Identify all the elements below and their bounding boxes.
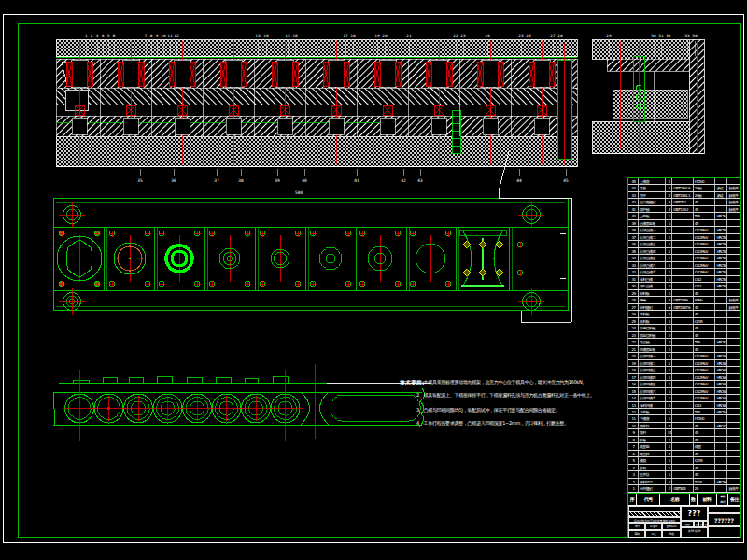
parts-list-cell: 拉深凸模六 [638, 262, 665, 268]
parts-list-row: 21凹模固定板145 [628, 346, 740, 353]
parts-list-cell [726, 213, 740, 218]
svg-text:34: 34 [692, 34, 698, 38]
svg-text:39: 39 [275, 178, 280, 183]
sheet-count: 共?张 第?张 [681, 527, 708, 538]
parts-list-cell [714, 485, 726, 491]
parts-list-cell [671, 234, 693, 240]
parts-list-cell: 1 [665, 262, 671, 268]
parts-list-cell: HRC58~62 [714, 227, 726, 232]
parts-list-cell: Cr12MoV [693, 367, 715, 372]
parts-list-cell: 上垫板 [638, 213, 665, 218]
svg-text:5: 5 [107, 34, 110, 38]
parts-list-cell: HRC60~64 [714, 367, 726, 372]
parts-list-cell [714, 304, 726, 310]
svg-text:30: 30 [651, 34, 656, 38]
parts-list-cell: 1 [665, 255, 671, 260]
parts-list-row: 44导套2GB/T2861.620钢渗碳标准件 [628, 185, 740, 191]
parts-list-cell [726, 429, 740, 435]
parts-list-row: 4打杆145 [628, 465, 740, 471]
parts-list-row: 22导正销2T8AHRC52~56 [628, 339, 740, 345]
parts-list-cell: 托板 [638, 437, 665, 442]
parts-list-cell: 废料切刀 [638, 479, 665, 484]
parts-list-cell [671, 178, 693, 184]
parts-list-cell: 标准件 [726, 199, 740, 204]
parts-list-table: 45上模座1HT20044导套2GB/T2861.620钢渗碳标准件43导柱2G… [627, 177, 741, 493]
parts-list-cell: Cr12MoV [693, 395, 715, 400]
parts-list-cell: 2 [665, 339, 671, 344]
parts-list-cell [671, 402, 693, 408]
parts-list-cell: 橡胶 [693, 443, 715, 449]
svg-text:45: 45 [563, 178, 569, 183]
parts-list-cell [671, 374, 693, 380]
parts-list-cell: 19 [628, 360, 638, 366]
parts-list-cell: 内六角螺钉 [638, 199, 665, 204]
parts-list-cell [726, 220, 740, 226]
parts-list-cell: 1 [665, 360, 671, 366]
parts-list-cell [671, 457, 693, 463]
parts-list-cell [671, 290, 693, 296]
svg-text:8: 8 [150, 34, 153, 38]
parts-list-cell: 推件块 [638, 471, 665, 477]
parts-list-row: 26导料板245 [628, 311, 740, 317]
parts-list-cell [714, 220, 726, 226]
parts-list-cell [726, 465, 740, 470]
parts-list-cell: Q235 [693, 318, 715, 324]
svg-text:29: 29 [606, 34, 612, 38]
parts-list-row: 19拉深凹模二1Cr12MoVHRC60~64 [628, 360, 740, 367]
parts-list-cell [726, 332, 740, 338]
parts-list-row: 42内六角螺钉8GB/T70.145标准件 [628, 199, 740, 205]
parts-list-cell: 下垫板 [638, 409, 665, 414]
parts-list-cell [726, 234, 740, 240]
parts-list-cell: 45 [693, 304, 715, 310]
parts-list-cell: 拉深凹模二 [638, 360, 665, 366]
parts-list-cell: 导料板 [638, 311, 665, 316]
parts-list-cell: 20钢 [693, 185, 715, 190]
parts-list-cell: Cr12MoV [693, 374, 715, 380]
parts-list-cell: Cr12MoV [693, 234, 715, 240]
parts-list-cell: 导正销 [638, 339, 665, 344]
parts-list-cell: 32 [628, 269, 638, 274]
parts-list-cell [714, 178, 726, 184]
parts-list-cell: 16 [628, 381, 638, 386]
svg-text:27: 27 [550, 34, 556, 38]
svg-text:38: 38 [238, 178, 244, 183]
parts-list-cell [714, 457, 726, 463]
svg-text:16: 16 [292, 34, 298, 38]
parts-list-cell: 1 [665, 367, 671, 372]
parts-list-cell: HRC54~58 [714, 409, 726, 414]
parts-list-cell [726, 381, 740, 386]
parts-list-cell: 1 [665, 465, 671, 470]
parts-list-cell [714, 318, 726, 324]
parts-list-row: 3推件块145 [628, 471, 740, 478]
svg-text:19: 19 [374, 34, 380, 38]
parts-list-row: 1吊环螺钉2GB/T82520标准件 [628, 485, 740, 492]
parts-list-row: 15拉深凹模六1Cr12MoVHRC60~64 [628, 388, 740, 395]
parts-list-cell: HRC43~48 [714, 423, 726, 428]
parts-list-cell [714, 451, 726, 456]
parts-list-cell [671, 227, 693, 232]
parts-list-cell: 3 [628, 471, 638, 477]
parts-list-cell: 标准件 [726, 297, 740, 302]
design-label: 设计 [628, 523, 645, 530]
right-top-cell [708, 506, 740, 513]
parts-list-cell [726, 471, 740, 477]
parts-list-cell: GB/T119.2 [671, 206, 693, 212]
svg-text:15: 15 [285, 34, 290, 38]
parts-list-cell: HT200 [693, 178, 715, 184]
parts-list-cell: 圆柱销 [638, 206, 665, 212]
parts-list-cell: 拉深凸模四 [638, 248, 665, 254]
parts-list-row: 32拉深凸模七1Cr12MoVHRC58~62 [628, 269, 740, 275]
parts-list-cell: 始用挡料销 [638, 325, 665, 330]
parts-list-row: 2废料切刀2T10AHRC56~60 [628, 479, 740, 485]
parts-list-cell: Cr12 [693, 402, 715, 408]
svg-text:1: 1 [85, 34, 88, 38]
plan-view [45, 151, 577, 322]
parts-list-cell: HRC58~62 [714, 248, 726, 254]
parts-list-cell [671, 437, 693, 442]
parts-list-cell [726, 409, 740, 414]
parts-list-cell [726, 248, 740, 254]
parts-list-cell: 凹模固定板 [638, 346, 665, 352]
svg-text:7: 7 [145, 34, 148, 38]
parts-list-cell: 1 [665, 353, 671, 358]
title-block-grid: 标记 处数 分区 更改文件号 签名 年月日 设计 标准化 阶段标记 审核 工艺 … [628, 506, 740, 538]
